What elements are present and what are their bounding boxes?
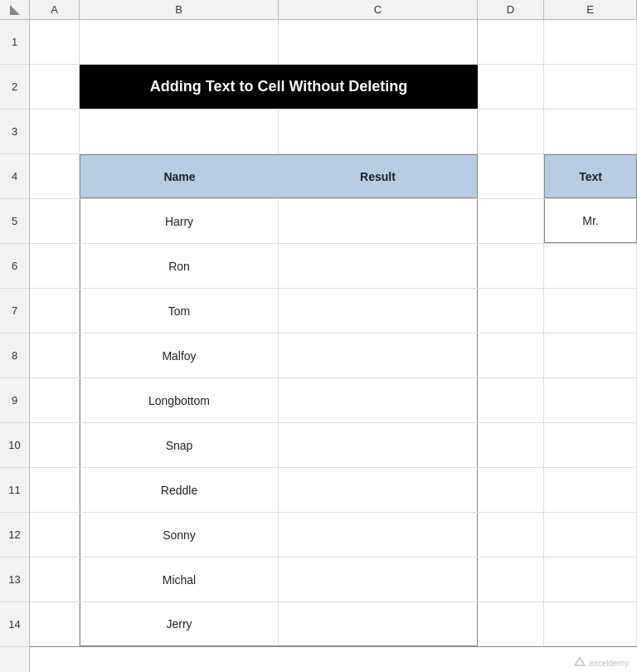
cell-9e[interactable] (544, 378, 637, 422)
row-num-12: 12 (0, 513, 29, 558)
cell-6b[interactable]: Ron (80, 244, 279, 288)
cell-3c[interactable] (279, 110, 478, 153)
row-5: Harry Mr. (30, 199, 637, 244)
cell-13e[interactable] (544, 558, 637, 601)
cell-11d[interactable] (478, 468, 544, 512)
cell-2e[interactable] (544, 65, 637, 109)
cell-2d[interactable] (478, 65, 544, 109)
cell-14d[interactable] (478, 602, 544, 646)
cell-4d[interactable] (478, 154, 544, 198)
cell-3a[interactable] (30, 110, 80, 153)
cell-11e[interactable] (544, 468, 637, 512)
cell-9c[interactable] (279, 378, 478, 422)
row-14: Jerry (30, 602, 637, 647)
cell-8b[interactable]: Malfoy (80, 334, 279, 377)
cell-5c[interactable] (279, 199, 478, 243)
row-num-14: 14 (0, 602, 29, 647)
row-num-10: 10 (0, 423, 29, 468)
row-10: Snap (30, 423, 637, 468)
cell-5d[interactable] (478, 199, 544, 243)
spreadsheet: A B C D E 1 2 3 4 5 6 7 8 9 10 11 12 13 … (0, 0, 637, 672)
cell-7d[interactable] (478, 289, 544, 333)
cell-14c[interactable] (279, 602, 478, 646)
cell-9a[interactable] (30, 378, 80, 422)
cell-1d[interactable] (478, 20, 544, 64)
cell-2a[interactable] (30, 65, 80, 109)
row-num-8: 8 (0, 334, 29, 378)
row-11: Reddle (30, 468, 637, 513)
cell-7b[interactable]: Tom (80, 289, 279, 333)
cell-6a[interactable] (30, 244, 80, 288)
cell-8d[interactable] (478, 334, 544, 377)
cell-8a[interactable] (30, 334, 80, 377)
cell-1c[interactable] (279, 20, 478, 64)
cell-3d[interactable] (478, 110, 544, 153)
row-num-3: 3 (0, 110, 29, 154)
row-numbers: 1 2 3 4 5 6 7 8 9 10 11 12 13 14 (0, 20, 30, 672)
cell-6d[interactable] (478, 244, 544, 288)
cell-12a[interactable] (30, 513, 80, 557)
row-num-7: 7 (0, 289, 29, 334)
col-header-e: E (544, 0, 637, 19)
cell-11a[interactable] (30, 468, 80, 512)
cell-5a[interactable] (30, 199, 80, 243)
cell-7e[interactable] (544, 289, 637, 333)
cell-14a[interactable] (30, 602, 80, 646)
side-panel-header: Text (544, 154, 637, 198)
row-3 (30, 110, 637, 154)
cell-5b[interactable]: Harry (80, 199, 279, 243)
row-num-5: 5 (0, 199, 29, 244)
cell-10a[interactable] (30, 423, 80, 467)
grid-body: 1 2 3 4 5 6 7 8 9 10 11 12 13 14 (0, 20, 637, 672)
cell-14e[interactable] (544, 602, 637, 646)
cell-6e[interactable] (544, 244, 637, 288)
cell-1b[interactable] (80, 20, 279, 64)
side-panel-value: Mr. (544, 199, 637, 243)
cell-9b[interactable]: Longbottom (80, 378, 279, 422)
cell-3b[interactable] (80, 110, 279, 153)
row-num-4: 4 (0, 154, 29, 199)
cell-6c[interactable] (279, 244, 478, 288)
row-1 (30, 20, 637, 65)
row-num-11: 11 (0, 468, 29, 513)
cell-4a[interactable] (30, 154, 80, 198)
cell-13c[interactable] (279, 558, 478, 601)
cell-9d[interactable] (478, 378, 544, 422)
cell-1e[interactable] (544, 20, 637, 64)
row-7: Tom (30, 289, 637, 334)
row-num-6: 6 (0, 244, 29, 289)
cell-10c[interactable] (279, 423, 478, 467)
cell-10d[interactable] (478, 423, 544, 467)
row-6: Ron (30, 244, 637, 289)
cell-13d[interactable] (478, 558, 544, 601)
cell-10e[interactable] (544, 423, 637, 467)
cell-8e[interactable] (544, 334, 637, 377)
row-num-9: 9 (0, 378, 29, 423)
column-headers: A B C D E (0, 0, 637, 20)
header-name: Name (80, 154, 279, 198)
cell-13a[interactable] (30, 558, 80, 601)
cell-13b[interactable]: Michal (80, 558, 279, 601)
row-9: Longbottom (30, 378, 637, 423)
cell-8c[interactable] (279, 334, 478, 377)
cell-12e[interactable] (544, 513, 637, 557)
cell-7a[interactable] (30, 289, 80, 333)
cell-10b[interactable]: Snap (80, 423, 279, 467)
cell-12c[interactable] (279, 513, 478, 557)
col-header-c: C (279, 0, 478, 19)
col-header-a: A (30, 0, 80, 19)
watermark: exceldemy (574, 657, 629, 669)
cell-11b[interactable]: Reddle (80, 468, 279, 512)
cell-12d[interactable] (478, 513, 544, 557)
cell-7c[interactable] (279, 289, 478, 333)
cell-12b[interactable]: Sonny (80, 513, 279, 557)
cell-1a[interactable] (30, 20, 80, 64)
col-header-d: D (478, 0, 544, 19)
svg-marker-1 (575, 658, 585, 665)
row-4: Name Result Text (30, 154, 637, 199)
cell-11c[interactable] (279, 468, 478, 512)
row-13: Michal (30, 558, 637, 602)
title-cell: Adding Text to Cell Without Deleting (80, 65, 478, 109)
cell-3e[interactable] (544, 110, 637, 153)
cell-14b[interactable]: Jerry (80, 602, 279, 646)
